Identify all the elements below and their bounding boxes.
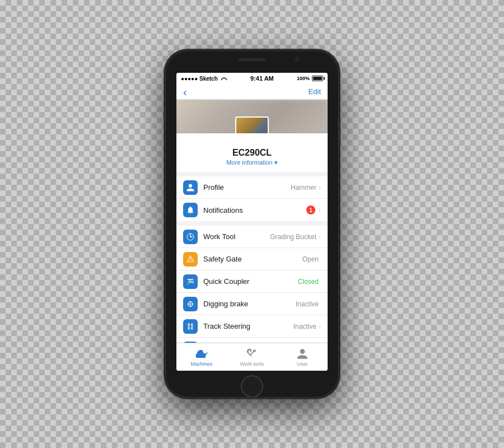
nav-bar: ‹ Edit [176,84,328,100]
profile-label: Profile [203,183,291,192]
profile-value: Hammer [291,184,316,192]
svg-rect-8 [197,355,198,358]
edit-button[interactable]: Edit [309,87,321,96]
machine-name: EC290CL [176,148,328,158]
profile-chevron: › [319,184,321,192]
user-tab-icon [296,348,309,360]
back-button[interactable]: ‹ [183,86,187,97]
tab-bar: Machines Work tools User [176,343,328,371]
hero-background [176,100,328,133]
more-info-link[interactable]: More information ▾ [176,159,328,166]
machine-image [236,118,268,133]
user-tab-label: User [297,361,307,367]
track-steering-chevron: › [319,323,321,330]
svg-point-6 [191,328,192,329]
svg-rect-12 [203,353,207,355]
profile-icon [183,180,198,195]
quick-coupler-value: Closed [298,278,319,286]
tab-user[interactable]: User [277,348,328,367]
notifications-chevron: › [319,206,321,214]
track-steering-label: Track Steering [203,322,293,330]
notifications-icon [183,203,198,217]
status-battery-area: 100% [297,76,323,81]
phone-speaker [238,58,266,61]
safety-gate-icon [183,252,198,267]
menu-item-quick-coupler[interactable]: Quick Coupler Closed [176,270,328,293]
work-tools-tab-icon [246,348,258,360]
svg-point-2 [189,303,191,305]
track-steering-value: Inactive [293,323,316,330]
menu-list: Profile Hammer › Notifications 1 › [176,172,328,343]
menu-item-tiltrotator[interactable]: Tiltrotator › [176,338,328,343]
quick-coupler-label: Quick Coupler [203,277,298,286]
work-tool-chevron: › [319,233,321,241]
svg-point-3 [189,324,190,325]
phone-device: ●●●●● Sketch 9:41 AM 100% ‹ Edit [165,50,339,398]
menu-item-track-steering[interactable]: Track Steering Inactive › [176,315,328,338]
status-carrier: ●●●●● Sketch [181,76,227,82]
notifications-badge: 1 [306,206,315,214]
svg-marker-13 [206,352,208,353]
digging-brake-icon [183,297,198,311]
home-button[interactable] [241,375,263,398]
tab-machines[interactable]: Machines [176,348,227,367]
status-time: 9:41 AM [250,75,274,82]
machine-thumbnail [235,116,269,133]
status-bar: ●●●●● Sketch 9:41 AM 100% [176,73,328,84]
work-tool-value: Grading Bucket [270,233,316,241]
menu-section-2: Work Tool Grading Bucket › Safety Gate O… [176,226,328,343]
notifications-label: Notifications [203,206,306,214]
work-tool-label: Work Tool [203,232,270,241]
menu-item-work-tool[interactable]: Work Tool Grading Bucket › [176,226,328,248]
menu-item-notifications[interactable]: Notifications 1 › [176,199,328,221]
work-tool-icon [183,230,198,244]
menu-item-profile[interactable]: Profile Hammer › [176,176,328,199]
digging-brake-value: Inactive [296,300,319,308]
svg-point-4 [189,328,190,329]
svg-rect-11 [199,349,202,352]
work-tools-tab-label: Work tools [240,361,264,367]
quick-coupler-icon [183,274,198,289]
tab-work-tools[interactable]: Work tools [227,348,277,367]
svg-point-5 [191,324,192,325]
phone-screen: ●●●●● Sketch 9:41 AM 100% ‹ Edit [176,73,328,371]
digging-brake-label: Digging brake [203,300,296,308]
track-steering-icon [183,319,198,334]
menu-item-digging-brake[interactable]: Digging brake Inactive [176,293,328,315]
safety-gate-value: Open [302,255,319,263]
svg-rect-9 [204,355,206,358]
safety-gate-label: Safety Gate [203,255,302,263]
machines-tab-label: Machines [191,361,213,367]
phone-camera [295,57,300,62]
menu-section-1: Profile Hammer › Notifications 1 › [176,176,328,221]
tiltrotator-icon [183,342,198,343]
menu-item-safety-gate[interactable]: Safety Gate Open [176,248,328,270]
machines-tab-icon [195,348,208,360]
battery-icon [312,76,323,81]
hero-section: EC290CL More information ▾ [176,100,328,172]
